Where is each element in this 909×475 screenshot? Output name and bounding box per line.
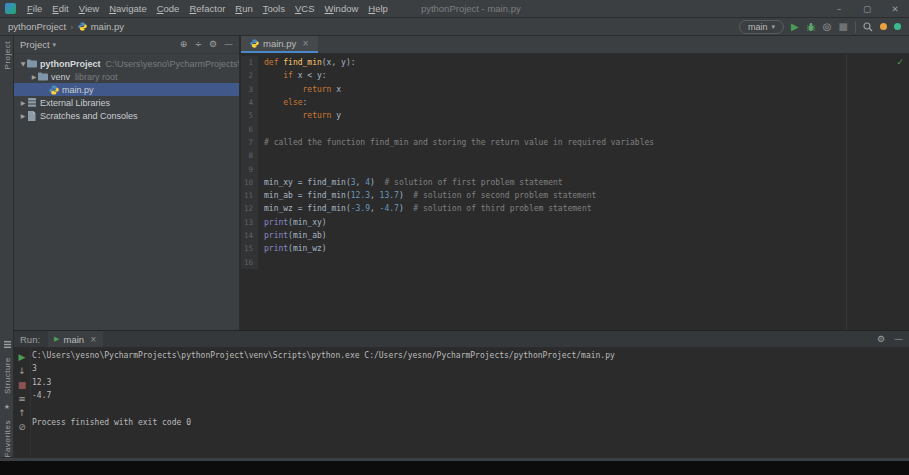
menu-file[interactable]: File bbox=[22, 0, 47, 18]
stop-button[interactable]: ■ bbox=[839, 22, 848, 32]
console-line: C:\Users\yesno\PycharmProjects\pythonPro… bbox=[32, 349, 909, 362]
tool-button-project[interactable]: Project bbox=[3, 41, 12, 69]
line-number: 11 bbox=[241, 189, 258, 202]
line-number: 3 bbox=[241, 83, 258, 96]
toolbar-divider bbox=[855, 21, 856, 33]
menu-run[interactable]: Run bbox=[230, 0, 257, 18]
code-line-15: 15print(min_wz) bbox=[241, 242, 909, 255]
tool-button-structure[interactable]: Structure bbox=[3, 357, 12, 394]
code-line-9: 9 bbox=[241, 162, 909, 175]
rerun-icon[interactable]: ▶ bbox=[19, 352, 26, 362]
line-number: 4 bbox=[241, 96, 258, 109]
menu-vcs[interactable]: VCS bbox=[290, 0, 320, 18]
python-file-icon bbox=[78, 22, 87, 31]
tree-item-main-py[interactable]: main.py bbox=[14, 83, 239, 96]
tool-button-favorites[interactable]: Favorites bbox=[3, 420, 12, 457]
run-tab-main[interactable]: ▶ main × bbox=[48, 331, 103, 347]
window-title: pythonProject - main.py bbox=[421, 3, 521, 14]
run-console-output[interactable]: C:\Users\yesno\PycharmProjects\pythonPro… bbox=[32, 349, 909, 457]
code-text: return y bbox=[258, 111, 341, 120]
breadcrumb-file[interactable]: main.py bbox=[91, 21, 124, 32]
up-stack-trace-icon[interactable]: ↑ bbox=[18, 408, 26, 418]
structure-icon bbox=[4, 341, 11, 348]
left-tool-stripe: Project Structure ★ Favorites bbox=[0, 36, 14, 461]
tab-main-py[interactable]: main.py × bbox=[241, 36, 318, 53]
clear-console-icon[interactable]: ⊘ bbox=[18, 422, 26, 432]
code-line-11: 11min_ab = find_min(12.3, 13.7) # soluti… bbox=[241, 189, 909, 202]
console-line: 3 bbox=[32, 362, 909, 375]
run-tab-close-icon[interactable]: × bbox=[90, 335, 97, 344]
code-line-3: 3 return x bbox=[241, 83, 909, 96]
editor-area: main.py × ✓ 1def find_min(x, y):2 if x <… bbox=[241, 36, 909, 330]
tree-item-venv[interactable]: ▶venvlibrary root bbox=[14, 70, 239, 83]
minimize-icon[interactable]: – bbox=[825, 0, 853, 17]
close-icon[interactable]: ✕ bbox=[881, 0, 909, 17]
search-everywhere-icon[interactable] bbox=[863, 22, 873, 32]
line-number: 6 bbox=[241, 122, 258, 135]
menu-help[interactable]: Help bbox=[363, 0, 393, 18]
main-toolbar: main ▾ ▶ ◎ ■ bbox=[739, 20, 909, 34]
title-bar: FileEditViewNavigateCodeRefactorRunTools… bbox=[0, 0, 909, 18]
tree-item-pythonproject[interactable]: ▼pythonProjectC:\Users\yesno\PycharmProj… bbox=[14, 57, 239, 70]
run-tab-label: main bbox=[63, 334, 84, 345]
line-number: 10 bbox=[241, 176, 258, 189]
run-tool-window: Run: ▶ main × ⚙ — ▶↓■≡↑⊘ C:\Users\yesno\… bbox=[14, 330, 909, 457]
star-icon: ★ bbox=[4, 403, 10, 411]
breadcrumb-project[interactable]: pythonProject bbox=[8, 21, 66, 32]
tab-close-icon[interactable]: × bbox=[302, 39, 309, 48]
code-text: else: bbox=[258, 98, 307, 107]
scroll-to-end-icon[interactable]: ↓ bbox=[18, 366, 26, 376]
run-configuration-select[interactable]: main ▾ bbox=[739, 20, 784, 34]
tree-item-external-libraries[interactable]: ▶External Libraries bbox=[14, 96, 239, 109]
project-tree: ▼pythonProjectC:\Users\yesno\PycharmProj… bbox=[14, 54, 239, 122]
console-line: 12.3 bbox=[32, 376, 909, 389]
run-console-toolbar: ▶↓■≡↑⊘ bbox=[14, 348, 31, 457]
code-line-6: 6 bbox=[241, 122, 909, 135]
maximize-icon[interactable]: ▢ bbox=[853, 0, 881, 17]
menu-code[interactable]: Code bbox=[152, 0, 185, 18]
menu-refactor[interactable]: Refactor bbox=[184, 0, 230, 18]
tree-expanded-icon: ▼ bbox=[19, 60, 27, 67]
menu-view[interactable]: View bbox=[74, 0, 104, 18]
locate-file-icon[interactable]: ⊕ bbox=[180, 40, 188, 49]
project-panel-title[interactable]: Project bbox=[20, 39, 50, 50]
console-line: -4.7 bbox=[32, 389, 909, 402]
restore-layout-icon[interactable]: ≡ bbox=[18, 394, 26, 404]
line-number: 13 bbox=[241, 216, 258, 229]
settings-gear-icon[interactable]: ⚙ bbox=[877, 335, 885, 344]
code-text: if x < y: bbox=[258, 71, 327, 80]
console-line bbox=[32, 403, 909, 416]
run-button[interactable]: ▶ bbox=[791, 22, 799, 32]
project-tool-window: Project ▾ ⊕÷⚙— ▼pythonProjectC:\Users\ye… bbox=[14, 36, 240, 330]
line-number: 2 bbox=[241, 69, 258, 82]
line-number: 5 bbox=[241, 109, 258, 122]
code-text: min_wz = find_min(-3.9, -4.7) # solution… bbox=[258, 204, 592, 213]
code-line-1: 1def find_min(x, y): bbox=[241, 56, 909, 69]
code-line-5: 5 return y bbox=[241, 109, 909, 122]
settings-gear-icon[interactable]: ⚙ bbox=[209, 40, 217, 49]
app-logo-icon bbox=[5, 3, 16, 14]
run-panel-title: Run: bbox=[20, 334, 40, 345]
profile-badge[interactable] bbox=[894, 23, 901, 30]
code-text: print(min_wz) bbox=[258, 244, 327, 253]
debug-button[interactable] bbox=[806, 22, 816, 32]
tree-item-name: venv bbox=[51, 72, 70, 82]
python-file-icon bbox=[250, 39, 259, 48]
menu-window[interactable]: Window bbox=[320, 0, 364, 18]
bottom-black-bar bbox=[0, 461, 909, 475]
notification-badge[interactable] bbox=[880, 23, 887, 30]
libs-icon bbox=[27, 98, 39, 107]
collapse-all-icon[interactable]: ÷ bbox=[194, 40, 202, 49]
run-state-icon: ▶ bbox=[54, 335, 59, 343]
code-editor[interactable]: 1def find_min(x, y):2 if x < y:3 return … bbox=[241, 54, 909, 330]
menu-navigate[interactable]: Navigate bbox=[104, 0, 152, 18]
tree-item-scratches-and-consoles[interactable]: ▶Scratches and Consoles bbox=[14, 109, 239, 122]
menu-edit[interactable]: Edit bbox=[47, 0, 73, 18]
hide-panel-icon[interactable]: — bbox=[224, 40, 233, 49]
menu-tools[interactable]: Tools bbox=[258, 0, 290, 18]
coverage-button[interactable]: ◎ bbox=[823, 22, 832, 32]
pycharm-window: { "titlebar": { "title": "pythonProject … bbox=[0, 0, 909, 475]
project-panel-toolbar: ⊕÷⚙— bbox=[180, 40, 233, 49]
hide-panel-icon[interactable]: — bbox=[894, 335, 903, 344]
stop-icon[interactable]: ■ bbox=[18, 380, 27, 390]
